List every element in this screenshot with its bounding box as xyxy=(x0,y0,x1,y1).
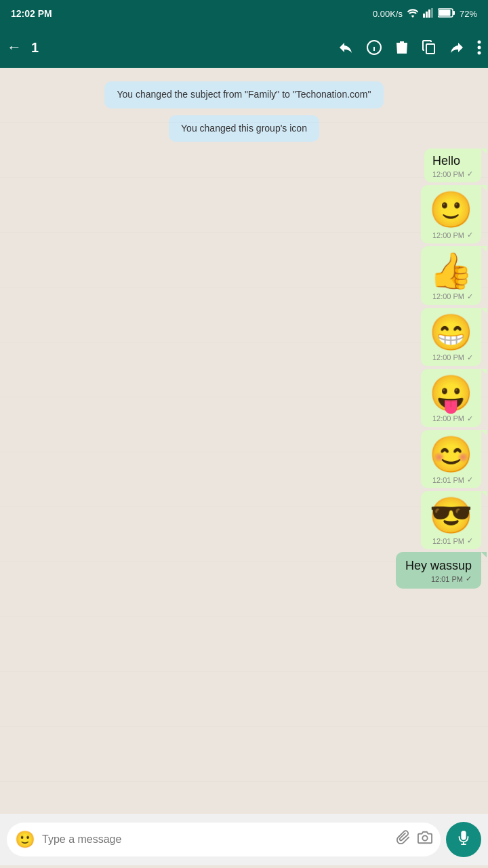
message-input-box: 🙂 xyxy=(7,823,441,856)
message-3-tick: ✓ xyxy=(467,292,473,301)
camera-icon[interactable] xyxy=(418,830,432,849)
svg-rect-10 xyxy=(426,44,434,54)
wifi-icon xyxy=(407,8,419,20)
system-message-1: You changed the subject from "Family" to… xyxy=(68,81,420,108)
selected-count: 1 xyxy=(31,40,39,56)
attach-icon[interactable] xyxy=(396,830,411,849)
svg-rect-2 xyxy=(428,9,430,18)
message-4: 😁 12:00 PM ✓ xyxy=(7,308,481,366)
message-1: Hello 12:00 PM ✓ xyxy=(7,149,481,182)
svg-point-11 xyxy=(478,41,481,44)
battery-pct: 72% xyxy=(460,9,477,19)
svg-rect-3 xyxy=(431,8,433,18)
status-right: 0.00K/s 72% xyxy=(373,8,477,20)
message-5-emoji: 😛 xyxy=(429,374,473,413)
svg-point-12 xyxy=(478,46,481,50)
message-6-meta: 12:01 PM ✓ xyxy=(429,475,473,484)
sent-bubble-6: 😊 12:01 PM ✓ xyxy=(421,430,481,488)
status-bar: 12:02 PM 0.00K/s 72% xyxy=(0,0,488,27)
mic-icon xyxy=(456,830,471,849)
message-4-emoji: 😁 xyxy=(429,313,473,352)
message-6-tick: ✓ xyxy=(467,475,473,484)
svg-rect-6 xyxy=(439,9,450,16)
system-bubble-2: You changed this group's icon xyxy=(169,115,319,142)
hey-wassup-bubble: Hey wassup 12:01 PM ✓ xyxy=(396,552,481,589)
delete-icon[interactable] xyxy=(394,39,409,56)
message-5-time: 12:00 PM xyxy=(432,414,464,422)
action-bar: ← 1 xyxy=(0,27,488,68)
message-3: 👍 12:00 PM ✓ xyxy=(7,246,481,304)
message-4-meta: 12:00 PM ✓ xyxy=(429,353,473,362)
action-icons xyxy=(338,39,481,56)
mic-button[interactable] xyxy=(446,822,481,857)
message-5-tick: ✓ xyxy=(467,414,473,423)
sent-bubble-4: 😁 12:00 PM ✓ xyxy=(421,308,481,366)
system-bubble-1: You changed the subject from "Family" to… xyxy=(104,81,383,108)
message-7-tick: ✓ xyxy=(467,536,473,545)
message-2-tick: ✓ xyxy=(467,231,473,239)
message-2: 🙂 12:00 PM ✓ xyxy=(7,185,481,243)
message-8-time: 12:01 PM xyxy=(431,575,463,583)
message-4-time: 12:00 PM xyxy=(432,353,464,361)
network-speed: 0.00K/s xyxy=(373,9,403,19)
system-message-2: You changed this group's icon xyxy=(68,115,420,142)
sent-bubble-1: Hello 12:00 PM ✓ xyxy=(424,149,481,182)
message-3-emoji: 👍 xyxy=(429,252,473,290)
sent-bubble-5: 😛 12:00 PM ✓ xyxy=(421,369,481,427)
message-1-text: Hello xyxy=(432,154,460,167)
message-7-emoji: 😎 xyxy=(429,496,473,535)
message-2-time: 12:00 PM xyxy=(432,231,464,239)
message-8-meta: 12:01 PM ✓ xyxy=(405,574,472,583)
forward-icon[interactable] xyxy=(449,39,465,56)
message-3-time: 12:00 PM xyxy=(432,292,464,300)
info-icon[interactable] xyxy=(366,39,382,56)
message-8: Hey wassup 12:01 PM ✓ xyxy=(7,552,481,589)
message-6: 😊 12:01 PM ✓ xyxy=(7,430,481,488)
chat-area: You changed the subject from "Family" to… xyxy=(0,68,488,814)
message-1-tick: ✓ xyxy=(467,170,473,178)
message-5: 😛 12:00 PM ✓ xyxy=(7,369,481,427)
message-5-meta: 12:00 PM ✓ xyxy=(429,414,473,423)
message-2-meta: 12:00 PM ✓ xyxy=(429,231,473,239)
back-icon[interactable]: ← xyxy=(7,39,22,56)
message-6-emoji: 😊 xyxy=(429,435,473,474)
message-4-tick: ✓ xyxy=(467,353,473,362)
more-icon[interactable] xyxy=(477,39,481,56)
message-7-meta: 12:01 PM ✓ xyxy=(429,536,473,545)
message-2-emoji: 🙂 xyxy=(429,191,473,229)
emoji-button[interactable]: 🙂 xyxy=(15,830,35,849)
sent-bubble-3: 👍 12:00 PM ✓ xyxy=(421,246,481,304)
sent-bubble-7: 😎 12:01 PM ✓ xyxy=(421,491,481,549)
message-input[interactable] xyxy=(42,833,389,846)
svg-point-13 xyxy=(478,52,481,55)
svg-rect-0 xyxy=(423,14,425,18)
copy-icon[interactable] xyxy=(422,39,436,56)
sent-bubble-2: 🙂 12:00 PM ✓ xyxy=(421,185,481,243)
message-7-time: 12:01 PM xyxy=(432,537,464,545)
battery-icon xyxy=(438,8,455,20)
signal-icon xyxy=(423,8,434,20)
input-area: 🙂 xyxy=(0,814,488,865)
svg-rect-1 xyxy=(426,12,428,18)
status-time: 12:02 PM xyxy=(11,8,52,19)
message-7: 😎 12:01 PM ✓ xyxy=(7,491,481,549)
message-1-time: 12:00 PM xyxy=(432,170,464,178)
message-6-time: 12:01 PM xyxy=(432,476,464,484)
reply-icon[interactable] xyxy=(338,39,354,56)
message-8-tick: ✓ xyxy=(466,574,472,583)
svg-rect-5 xyxy=(453,11,455,15)
message-1-meta: 12:00 PM ✓ xyxy=(432,170,473,178)
message-3-meta: 12:00 PM ✓ xyxy=(429,292,473,301)
message-8-text: Hey wassup xyxy=(405,559,472,572)
svg-point-14 xyxy=(422,835,427,840)
